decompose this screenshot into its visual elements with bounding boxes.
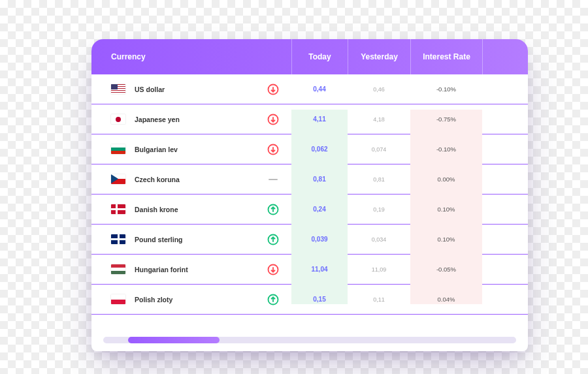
trend-up-icon xyxy=(267,204,279,215)
yesterday-value: 0,81 xyxy=(373,176,385,183)
table-row[interactable]: US dollar 0,44 0,46 -0.10% xyxy=(91,74,528,104)
trend-up-icon xyxy=(267,234,279,245)
today-value: 0,15 xyxy=(313,296,325,303)
trend-flat-icon xyxy=(269,179,278,180)
flag-pl-icon xyxy=(111,294,125,304)
currency-name: Hungarian forint xyxy=(135,266,188,273)
trend-up-icon xyxy=(267,294,279,305)
rate-value: 0.10% xyxy=(438,206,455,213)
flag-us-icon xyxy=(111,84,125,94)
yesterday-value: 0,034 xyxy=(372,236,387,243)
header-today[interactable]: Today xyxy=(291,39,348,74)
today-value: 0,24 xyxy=(313,206,325,213)
rate-value: 0.00% xyxy=(438,176,455,183)
flag-cz-icon xyxy=(111,174,125,184)
yesterday-value: 0,074 xyxy=(372,146,387,153)
trend-down-icon xyxy=(267,264,279,275)
yesterday-value: 4,18 xyxy=(373,116,385,123)
rate-value: -0.05% xyxy=(436,266,456,273)
rate-value: 0.10% xyxy=(438,236,455,243)
currency-name: Polish zloty xyxy=(135,296,172,304)
today-value: 0,062 xyxy=(311,146,327,153)
yesterday-value: 0,46 xyxy=(373,86,385,93)
flag-jp-icon xyxy=(111,114,125,124)
trend-down-icon xyxy=(267,114,279,125)
yesterday-value: 11,09 xyxy=(372,266,387,273)
currency-name: Danish krone xyxy=(135,206,178,213)
flag-dk-icon xyxy=(111,204,125,214)
today-value: 0,039 xyxy=(311,236,327,243)
trend-down-icon xyxy=(267,84,279,95)
today-value: 4,11 xyxy=(313,116,325,123)
header-overflow xyxy=(482,39,528,74)
currency-name: Pound sterling xyxy=(135,236,183,243)
today-value: 0,44 xyxy=(313,86,325,93)
header-currency[interactable]: Currency xyxy=(91,52,255,61)
today-value: 0,81 xyxy=(313,176,325,183)
table-body: US dollar 0,44 0,46 -0.10% Japanese yen … xyxy=(91,74,528,328)
currency-name: Japanese yen xyxy=(135,116,180,123)
yesterday-value: 0,11 xyxy=(373,296,385,303)
currency-name: Bulgarian lev xyxy=(135,146,178,153)
trend-down-icon xyxy=(267,144,279,155)
flag-gb-icon xyxy=(111,234,125,244)
currency-table-card: Currency Today Yesterday Interest Rate U… xyxy=(91,39,528,351)
yesterday-value: 0,19 xyxy=(373,206,385,213)
currency-name: US dollar xyxy=(135,86,165,93)
header-yesterday[interactable]: Yesterday xyxy=(348,39,410,74)
currency-name: Czech koruna xyxy=(135,176,180,183)
rate-value: -0.10% xyxy=(436,86,456,93)
horizontal-scrollbar[interactable] xyxy=(103,337,516,343)
today-value: 11,04 xyxy=(311,266,327,273)
rate-value: 0.04% xyxy=(438,296,455,303)
table-header: Currency Today Yesterday Interest Rate xyxy=(91,39,528,74)
rate-value: -0.10% xyxy=(436,146,456,153)
flag-bg-icon xyxy=(111,144,125,154)
scrollbar-thumb[interactable] xyxy=(128,337,220,343)
header-interest-rate[interactable]: Interest Rate xyxy=(410,39,482,74)
rate-value: -0.75% xyxy=(436,116,456,123)
flag-hu-icon xyxy=(111,264,125,274)
